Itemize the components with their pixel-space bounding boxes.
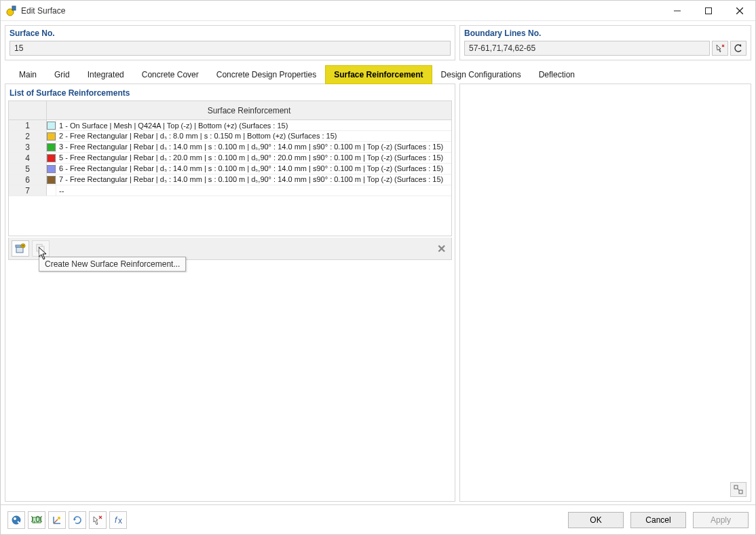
color-swatch	[47, 176, 56, 184]
color-swatch	[47, 165, 56, 173]
table-row[interactable]: 5 6 - Free Rectangular | Rebar | dₛ : 14…	[9, 164, 451, 174]
grid-toolbar: ✕ Create New Surface Reinforcement...	[8, 238, 452, 260]
delete-button[interactable]: ✕	[434, 241, 449, 256]
surface-no-input[interactable]	[10, 41, 451, 56]
table-row[interactable]: 1 1 - On Surface | Mesh | Q424A | Top (-…	[9, 120, 451, 131]
tab-concrete-design-properties[interactable]: Concrete Design Properties	[208, 65, 325, 84]
refresh-button[interactable]	[69, 511, 86, 529]
row-text: 5 - Free Rectangular | Rebar | dₛ : 20.0…	[56, 153, 451, 162]
row-text: 7 - Free Rectangular | Rebar | dₛ : 14.0…	[56, 175, 451, 184]
tab-main[interactable]: Main	[10, 65, 45, 84]
row-number: 1	[9, 120, 47, 130]
row-number: 7	[9, 185, 47, 196]
tab-surface-reinforcement[interactable]: Surface Reinforcement	[325, 65, 432, 84]
svg-rect-16	[739, 490, 742, 494]
svg-rect-14	[39, 246, 44, 253]
svg-text:x: x	[118, 516, 122, 525]
row-number: 5	[9, 164, 47, 174]
table-row[interactable]: 7 --	[9, 185, 451, 196]
app-icon	[6, 5, 17, 16]
window-title: Edit Surface	[21, 6, 662, 16]
boundary-lines-input[interactable]	[464, 41, 710, 56]
row-text: 6 - Free Rectangular | Rebar | dₛ : 14.0…	[56, 164, 451, 173]
svg-point-26	[58, 517, 60, 519]
table-row[interactable]: 2 2 - Free Rectangular | Rebar | dₛ : 8.…	[9, 131, 451, 142]
create-new-reinforcement-button[interactable]	[12, 240, 29, 257]
window-controls	[662, 1, 755, 21]
row-number: 6	[9, 174, 47, 185]
surface-no-group: Surface No.	[5, 25, 455, 60]
color-swatch	[47, 143, 56, 151]
table-row[interactable]: 6 7 - Free Rectangular | Rebar | dₛ : 14…	[9, 174, 451, 185]
units-button[interactable]: 0,00	[28, 511, 45, 529]
row-number: 2	[9, 131, 47, 141]
list-panel: List of Surface Reinforcements Surface R…	[5, 84, 455, 502]
row-text: 2 - Free Rectangular | Rebar | dₛ : 8.0 …	[56, 132, 451, 141]
minimize-button[interactable]	[662, 1, 693, 21]
row-number: 4	[9, 153, 47, 163]
table-row[interactable]: 3 3 - Free Rectangular | Rebar | dₛ : 14…	[9, 142, 451, 153]
row-text: --	[56, 187, 451, 195]
tab-concrete-cover[interactable]: Concrete Cover	[133, 65, 208, 84]
preview-panel	[459, 84, 751, 502]
reinforcement-grid[interactable]: Surface Reinforcement 1 1 - On Surface |…	[8, 100, 452, 236]
surface-no-label: Surface No.	[10, 29, 451, 38]
svg-line-17	[738, 489, 739, 490]
help-button[interactable]	[7, 511, 25, 529]
grid-body: 1 1 - On Surface | Mesh | Q424A | Top (-…	[9, 120, 451, 196]
close-button[interactable]	[724, 1, 755, 21]
dialog-footer: 0,00 fx OK Cancel Apply	[1, 504, 755, 534]
coordinate-button[interactable]	[48, 511, 66, 529]
ok-button[interactable]: OK	[568, 512, 624, 528]
color-swatch	[47, 154, 56, 162]
tab-deflection[interactable]: Deflection	[530, 65, 584, 84]
function-button[interactable]: fx	[109, 511, 127, 529]
row-number: 3	[9, 142, 47, 152]
tooltip: Create New Surface Reinforcement...	[39, 257, 186, 272]
preview-expand-button[interactable]	[730, 482, 746, 497]
row-text: 3 - Free Rectangular | Rebar | dₛ : 14.0…	[56, 143, 451, 151]
pick-lines-button[interactable]	[712, 41, 728, 56]
filter-button[interactable]	[89, 511, 107, 529]
row-text: 1 - On Surface | Mesh | Q424A | Top (-z)…	[56, 122, 451, 130]
svg-rect-8	[16, 247, 23, 253]
cancel-button[interactable]: Cancel	[630, 512, 686, 528]
reverse-button[interactable]	[730, 41, 746, 56]
svg-rect-1	[12, 6, 16, 10]
svg-rect-3	[706, 7, 712, 14]
color-swatch	[47, 132, 56, 141]
grid-header-rownum	[9, 101, 47, 119]
copy-reinforcement-button[interactable]	[32, 240, 50, 257]
svg-point-19	[14, 517, 16, 520]
boundary-lines-label: Boundary Lines No.	[464, 29, 746, 38]
boundary-lines-group: Boundary Lines No.	[459, 25, 751, 60]
titlebar: Edit Surface	[1, 1, 755, 21]
svg-rect-15	[734, 485, 738, 489]
apply-button[interactable]: Apply	[693, 512, 749, 528]
maximize-button[interactable]	[693, 1, 724, 21]
svg-line-25	[54, 519, 58, 523]
color-swatch	[47, 122, 56, 130]
grid-header: Surface Reinforcement	[9, 101, 451, 120]
grid-column-header[interactable]: Surface Reinforcement	[47, 101, 451, 119]
tab-design-configurations[interactable]: Design Configurations	[432, 65, 530, 84]
svg-text:0,00: 0,00	[31, 515, 42, 524]
tab-bar: Main Grid Integrated Concrete Cover Conc…	[5, 64, 751, 84]
tab-integrated[interactable]: Integrated	[79, 65, 133, 84]
list-title: List of Surface Reinforcements	[5, 84, 455, 100]
table-row[interactable]: 4 5 - Free Rectangular | Rebar | dₛ : 20…	[9, 153, 451, 164]
tab-grid[interactable]: Grid	[45, 65, 79, 84]
